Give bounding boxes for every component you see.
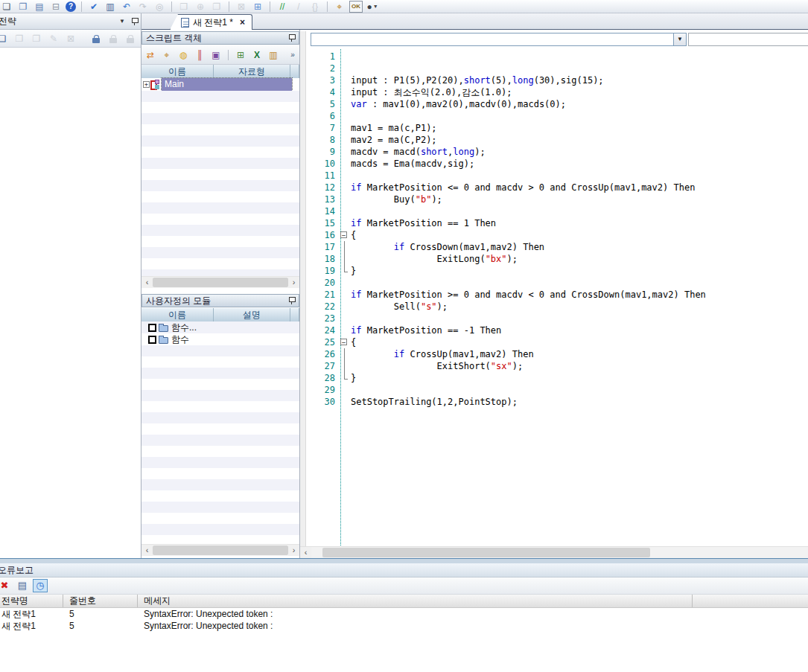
code-line[interactable]: 6	[307, 110, 808, 122]
code-line-text[interactable]: Buy("b");	[351, 193, 442, 205]
script-guide-icon[interactable]: ▥	[104, 1, 117, 13]
toolbar-overflow-icon[interactable]: »	[286, 49, 299, 61]
error-row[interactable]: 새 전략1 5 SyntaxError: Unexpected token :	[0, 620, 808, 632]
code-line[interactable]: 10macds = Ema(macdv,sig);	[307, 158, 808, 170]
code-line[interactable]: 9macdv = macd(short,long);	[307, 146, 808, 158]
code-line[interactable]: 17 if CrossDown(mav1,mav2) Then	[307, 241, 808, 253]
code-line[interactable]: 8mav2 = ma(C,P2);	[307, 134, 808, 146]
code-line[interactable]: 19}	[307, 265, 808, 277]
code-line-text[interactable]: if CrossUp(mav1,mav2) Then	[351, 348, 534, 360]
code-line-text[interactable]: if MarketPosition == -1 Then	[351, 324, 501, 336]
script-object-hscrollbar[interactable]: ‹ ›	[141, 276, 299, 288]
code-line[interactable]: 3input : P1(5),P2(20),short(5),long(30),…	[307, 74, 808, 86]
code-line-text[interactable]: if MarketPosition == 1 Then	[351, 217, 496, 229]
code-line-text[interactable]: ExitShort("sx");	[351, 360, 523, 372]
code-line[interactable]: 21if MarketPosition >= 0 and macdv < 0 a…	[307, 289, 808, 301]
export-excel-icon[interactable]: X	[250, 49, 264, 61]
code-line-text[interactable]: if MarketPosition >= 0 and macdv < 0 and…	[351, 289, 706, 301]
combobox-value[interactable]	[311, 33, 673, 45]
code-line[interactable]: 18 ExitLong("bx");	[307, 253, 808, 265]
code-line-text[interactable]: macdv = macd(short,long);	[351, 146, 486, 158]
code-line[interactable]: 26 if CrossUp(mav1,mav2) Then	[307, 348, 808, 360]
tab-new-strategy-1[interactable]: 새 전략1 * ×	[170, 14, 252, 30]
run-compile-icon[interactable]: ●▼	[366, 1, 379, 13]
code-line[interactable]: 30SetStopTrailing(1,2,PointStop);	[307, 396, 808, 408]
editor-hscrollbar[interactable]: ‹	[300, 546, 808, 558]
code-line-text[interactable]: {	[351, 336, 356, 348]
code-line-text[interactable]: mav1 = ma(c,P1);	[351, 122, 437, 134]
fold-toggle-icon[interactable]: −	[340, 231, 347, 238]
code-line[interactable]: 1	[307, 51, 808, 63]
code-line[interactable]: 28}	[307, 372, 808, 384]
save-icon[interactable]: ▤	[33, 1, 46, 13]
chevron-down-icon[interactable]: ▼	[119, 18, 125, 25]
scrollbar-track[interactable]	[311, 547, 808, 558]
code-line-text[interactable]: }	[351, 372, 356, 384]
code-line[interactable]: 2	[307, 63, 808, 74]
column-header-name[interactable]: 이름	[141, 65, 214, 78]
scrollbar-thumb[interactable]	[322, 548, 650, 557]
scrollbar-track[interactable]	[153, 545, 288, 556]
scrollbar-thumb[interactable]	[153, 278, 288, 287]
checkbox[interactable]	[148, 324, 156, 332]
scroll-left-icon[interactable]: ‹	[141, 277, 153, 288]
history-clock-icon[interactable]: ◷	[33, 579, 48, 592]
scrollbar-thumb[interactable]	[153, 545, 288, 555]
script-object-row-main[interactable]: + Main	[141, 78, 299, 91]
scrollbar-track[interactable]	[153, 277, 288, 288]
column-header-name[interactable]: 이름	[141, 308, 214, 321]
candle-window-icon[interactable]: ▣	[209, 49, 223, 61]
code-line-text[interactable]: }	[351, 265, 356, 277]
code-line-text[interactable]: Sell("s");	[351, 301, 448, 313]
scroll-right-icon[interactable]: ›	[288, 277, 299, 288]
column-header-strategy[interactable]: 전략명	[0, 595, 63, 607]
find-zoom-icon[interactable]: ⌖	[333, 1, 346, 13]
fold-toggle-icon[interactable]: −	[340, 339, 347, 345]
code-line[interactable]: 22 Sell("s");	[307, 301, 808, 313]
code-line-text[interactable]: SetStopTrailing(1,2,PointStop);	[351, 396, 518, 408]
code-line[interactable]: 14	[307, 205, 808, 217]
search-object-icon[interactable]: ⌖	[160, 49, 174, 61]
funds-object-icon[interactable]: ◍	[176, 49, 190, 61]
undo-icon[interactable]: ↶	[120, 1, 133, 13]
print-icon[interactable]: ⊟	[49, 1, 63, 13]
syntax-ok-icon[interactable]: OK	[349, 1, 363, 13]
verify-script-icon[interactable]: ✔	[87, 1, 101, 13]
expand-toggle-icon[interactable]: +	[143, 81, 150, 88]
send-to-chart-icon[interactable]: ⇄	[144, 49, 157, 61]
code-line-text[interactable]: input : 최소수익(2.0),감소(1.0);	[351, 86, 512, 98]
column-header-message[interactable]: 메세지	[138, 595, 693, 607]
module-row[interactable]: 함수	[141, 333, 299, 345]
column-header-description[interactable]: 설명	[214, 308, 290, 321]
dropdown-arrow-icon[interactable]: ▼	[373, 1, 378, 13]
fold-marker[interactable]: −	[340, 229, 351, 241]
scroll-left-icon[interactable]: ‹	[300, 547, 311, 558]
scroll-left-icon[interactable]: ‹	[141, 545, 153, 556]
code-line[interactable]: 13 Buy("b");	[307, 193, 808, 205]
show-grid-icon[interactable]: ⊞	[251, 1, 264, 13]
chevron-down-icon[interactable]: ▼	[673, 33, 686, 45]
code-line[interactable]: 16−{	[307, 229, 808, 241]
candle-chart-icon[interactable]: ║	[193, 49, 206, 61]
code-line-text[interactable]: var : mav1(0),mav2(0),macdv(0),macds(0);	[351, 98, 566, 110]
insert-table-icon[interactable]: ⊞	[234, 49, 247, 61]
panel-splitter[interactable]	[0, 558, 808, 563]
code-line[interactable]: 7mav1 = ma(c,P1);	[307, 122, 808, 134]
lock-icon[interactable]	[89, 33, 103, 45]
code-line[interactable]: 24if MarketPosition == -1 Then	[307, 324, 808, 336]
open-file-icon[interactable]: ❐	[16, 1, 30, 13]
new-document-icon[interactable]: ❏	[0, 1, 13, 13]
code-line-text[interactable]: macds = Ema(macdv,sig);	[351, 158, 474, 170]
code-line[interactable]: 5var : mav1(0),mav2(0),macdv(0),macds(0)…	[307, 98, 808, 110]
close-icon[interactable]: ×	[240, 17, 245, 28]
code-line[interactable]: 23	[307, 313, 808, 324]
module-name[interactable]: 함수...	[171, 321, 197, 334]
pin-icon[interactable]	[288, 33, 295, 42]
code-line[interactable]: 27 ExitShort("sx");	[307, 360, 808, 372]
fold-marker[interactable]: −	[340, 336, 351, 348]
comment-lines-icon[interactable]: //	[276, 1, 289, 13]
code-line[interactable]: 25−{	[307, 336, 808, 348]
pin-icon[interactable]	[131, 17, 138, 26]
code-line-text[interactable]: mav2 = ma(C,P2);	[351, 134, 437, 146]
code-line-text[interactable]: {	[351, 229, 356, 241]
